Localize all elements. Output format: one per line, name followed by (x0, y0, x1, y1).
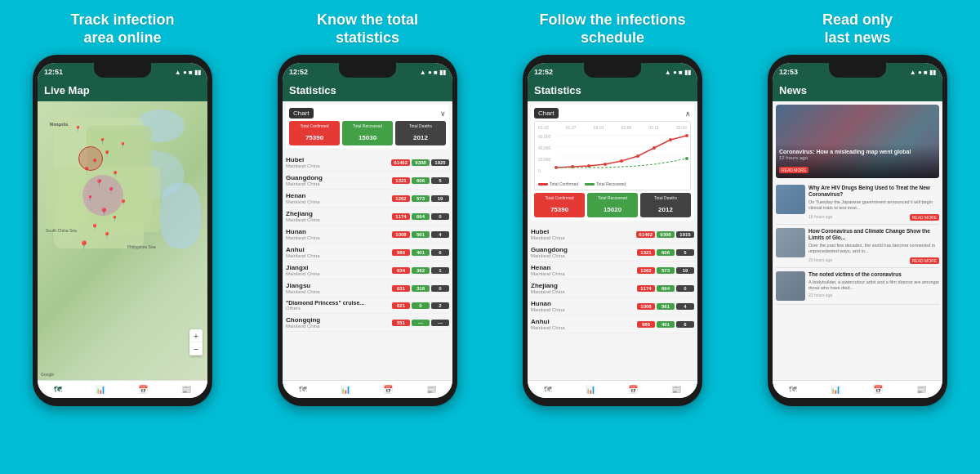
table-row: Henan Mainland China 1262 573 19 (531, 262, 694, 279)
region-country: Mainland China (286, 271, 392, 276)
nav-map-icon[interactable]: 🗺 (789, 385, 797, 394)
map-marker: 📍 (74, 126, 82, 132)
svg-point-12 (620, 159, 623, 163)
region-info: Zhejiang Mainland China (531, 282, 637, 294)
region-info: Anhui Mainland China (286, 246, 392, 258)
stat-deaths: 4 (676, 303, 694, 310)
panel-statistics: Know the totalstatistics 12:52 ▲ ● ■ ▮▮ … (245, 0, 490, 474)
region-info: Hubei Mainland China (286, 156, 391, 168)
nav-map-icon[interactable]: 🗺 (299, 385, 307, 394)
nav-map-icon[interactable]: 🗺 (544, 385, 552, 394)
stat-confirmed: 1008 (637, 303, 655, 310)
deaths-value: 2012 (413, 134, 428, 141)
chevron-up-icon[interactable]: ∧ (685, 110, 691, 118)
map-zoom-controls[interactable]: + − (189, 329, 203, 356)
svg-text:20,000: 20,000 (538, 157, 551, 162)
recovered-badge: Total Recovered 15030 (342, 121, 393, 145)
stat-confirmed: 1008 (392, 231, 410, 238)
phone-notch (94, 63, 151, 78)
table-row: "Diamond Princess" cruise... Others 621 … (286, 297, 449, 314)
zoom-in-button[interactable]: + (189, 329, 203, 342)
line-chart-area: 01-2201-2702-0102-0602-1102-16 60,000 40… (534, 121, 691, 190)
google-logo: Google (41, 372, 54, 377)
region-name: Zhejiang (531, 282, 637, 289)
region-country: Mainland China (531, 271, 637, 276)
chevron-down-icon[interactable]: ∨ (440, 110, 446, 118)
nav-stats-icon[interactable]: 📊 (831, 385, 840, 394)
news-featured-item[interactable]: Coronavirus: How a misleading map went g… (776, 105, 939, 178)
news-thumbnail (776, 271, 805, 301)
map-marker: 📍 (91, 224, 99, 231)
stat-recovered: 561 (657, 303, 675, 310)
region-list-stats: Hubei Mainland China 61462 9308 1925 Gua… (283, 152, 452, 380)
nav-stats-icon[interactable]: 📊 (586, 385, 595, 394)
confirmed-label-s: Total Confirmed (537, 195, 581, 200)
stat-confirmed: 986 (637, 321, 655, 328)
list-item[interactable]: Why Are HIV Drugs Being Used to Treat th… (776, 181, 939, 225)
recovered-badge-s: Total Recovered 15020 (587, 193, 638, 217)
region-stats: 631 318 0 (392, 285, 449, 292)
table-row: Hunan Mainland China 1008 561 4 (286, 226, 449, 244)
region-stats: 934 362 1 (392, 267, 449, 274)
nav-news-icon[interactable]: 📰 (916, 385, 926, 394)
region-info: Zhejiang Mainland China (286, 210, 392, 222)
phone-screen-map: 12:51 ▲ ● ■ ▮▮ Live Map 📍 � (38, 63, 207, 398)
list-item[interactable]: How Coronavirus and Climate Change Show … (776, 225, 939, 268)
region-info: Anhui Mainland China (531, 318, 637, 330)
stat-deaths: 19 (431, 195, 449, 202)
confirmed-badge-s: Total Confirmed 75390 (534, 193, 585, 217)
read-more-button[interactable]: READ MORE (910, 214, 939, 221)
panel-title-news: Read onlylast news (822, 11, 893, 47)
stat-recovered: 573 (412, 195, 430, 202)
nav-news-icon[interactable]: 📰 (426, 385, 436, 394)
chart-section: Chart ∨ Total Confirmed 75390 Total Reco… (286, 105, 449, 149)
nav-news-icon[interactable]: 📰 (181, 385, 191, 394)
nav-map-icon[interactable]: 🗺 (54, 385, 62, 394)
stat-deaths: 0 (431, 213, 449, 220)
confirmed-value: 75390 (305, 134, 323, 141)
region-stats: 1174 664 0 (392, 213, 449, 220)
chart-legend: Total Confirmed Total Recovered (538, 181, 687, 186)
svg-point-17 (685, 157, 688, 160)
map-marker: 📍 (111, 216, 118, 222)
deaths-badge: Total Deaths 2012 (395, 121, 446, 145)
phone-news: 12:53 ▲ ● ■ ▮▮ News Coronavirus: How a m… (768, 55, 947, 406)
read-more-button[interactable]: READ MORE (779, 167, 808, 173)
stat-deaths: 5 (676, 249, 694, 256)
nav-stats-icon[interactable]: 📊 (341, 385, 350, 394)
stat-confirmed: 986 (392, 249, 410, 256)
table-row: Guangdong Mainland China 1321 606 5 (286, 172, 449, 190)
panel-title-schedule: Follow the infectionsschedule (540, 11, 686, 47)
news-headline: How Coronavirus and Climate Change Show … (808, 228, 939, 241)
nav-schedule-icon[interactable]: 📅 (383, 385, 393, 394)
table-row: Jiangsu Mainland China 631 318 0 (286, 279, 449, 297)
nav-schedule-icon[interactable]: 📅 (873, 385, 883, 394)
map-content[interactable]: 📍 📍 📍 📍 📍 📍 📍 📍 📍 📍 📍 📍 📍 📍 📍 📍 (38, 101, 207, 380)
region-name: Henan (286, 192, 392, 199)
zoom-out-button[interactable]: − (189, 342, 203, 356)
news-text: Why Are HIV Drugs Being Used to Treat th… (808, 185, 939, 221)
region-name: Henan (531, 264, 637, 271)
region-stats: 986 401 6 (392, 249, 449, 256)
stat-recovered: 9308 (412, 159, 430, 166)
region-name: "Diamond Princess" cruise... (286, 300, 392, 306)
read-more-button[interactable]: READ MORE (910, 257, 939, 264)
recovered-label-s: Total Recovered (590, 195, 635, 200)
stat-deaths: 5 (431, 177, 449, 184)
status-icons-map: ▲ ● ■ ▮▮ (175, 69, 201, 76)
list-item[interactable]: The noted victims of the coronavirus A b… (776, 268, 939, 305)
news-list: Why Are HIV Drugs Being Used to Treat th… (773, 181, 942, 380)
svg-point-10 (587, 164, 590, 168)
legend-confirmed: Total Confirmed (538, 181, 578, 186)
region-country: Mainland China (286, 289, 392, 294)
nav-news-icon[interactable]: 📰 (671, 385, 681, 394)
chart-label: Chart (289, 108, 314, 118)
news-featured-time: 12 hours ago (779, 155, 936, 160)
nav-schedule-icon[interactable]: 📅 (138, 385, 148, 394)
nav-schedule-icon[interactable]: 📅 (628, 385, 638, 394)
news-meta: 16 hours ago READ MORE (808, 212, 939, 221)
stat-deaths: 1 (431, 267, 449, 274)
stat-deaths: 2 (431, 302, 449, 309)
region-country: Mainland China (531, 325, 637, 330)
nav-stats-icon[interactable]: 📊 (96, 385, 105, 394)
